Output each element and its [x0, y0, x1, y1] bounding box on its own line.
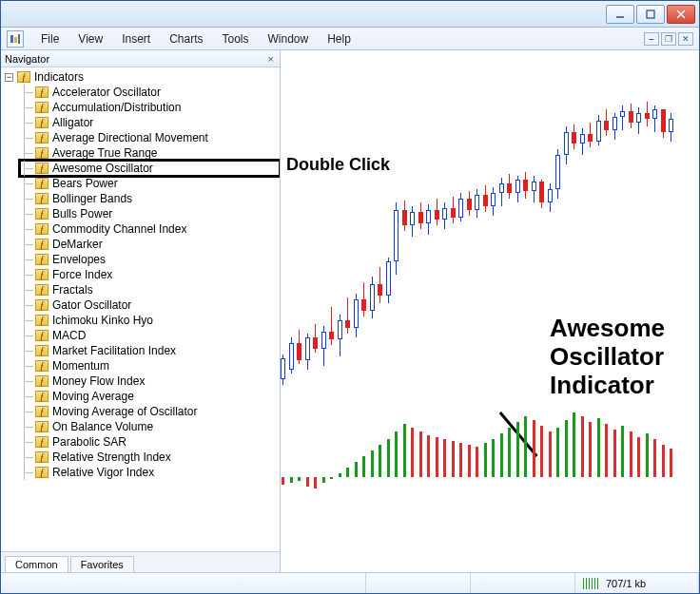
indicator-label: MACD: [52, 329, 86, 342]
menu-charts[interactable]: Charts: [160, 28, 212, 50]
menu-help[interactable]: Help: [318, 28, 360, 50]
indicator-item[interactable]: fAccelerator Oscillator: [20, 85, 280, 100]
indicator-label: Average Directional Movement: [52, 131, 208, 144]
indicator-label: Moving Average: [52, 390, 134, 403]
indicator-item[interactable]: fParabolic SAR: [20, 434, 280, 450]
indicator-fx-icon: f: [35, 223, 49, 235]
tab-common[interactable]: Common: [5, 556, 68, 572]
connection-text: 707/1 kb: [606, 578, 646, 589]
indicator-item[interactable]: fCommodity Channel Index: [20, 221, 280, 237]
tree-collapse-icon[interactable]: −: [5, 73, 13, 82]
tree-root-label: Indicators: [34, 70, 84, 84]
indicator-label: Accelerator Oscillator: [52, 86, 161, 99]
indicator-item[interactable]: fMoving Average: [20, 389, 280, 404]
indicator-item[interactable]: fForce Index: [20, 267, 280, 282]
indicator-item[interactable]: fMoving Average of Oscillator: [20, 404, 280, 419]
indicator-label: Average True Range: [52, 146, 158, 160]
indicator-item[interactable]: fAccumulation/Distribution: [20, 100, 280, 115]
indicator-label: Market Facilitation Index: [52, 344, 176, 357]
indicator-item[interactable]: fAwesome Oscillator: [20, 161, 280, 176]
main-area: Navigator × − f Indicators fAccelerator …: [1, 50, 699, 572]
indicator-fx-icon: f: [35, 315, 49, 326]
indicator-label: On Balance Volume: [52, 420, 153, 433]
folder-fx-icon: f: [17, 71, 30, 83]
indicator-fx-icon: f: [35, 406, 49, 417]
window-maximize-button[interactable]: [636, 5, 665, 24]
svg-rect-5: [10, 35, 13, 43]
indicator-fx-icon: f: [35, 86, 49, 98]
statusbar: 707/1 kb: [1, 572, 699, 593]
indicator-fx-icon: f: [35, 467, 49, 478]
indicator-label: Money Flow Index: [52, 374, 145, 388]
minimize-icon: [615, 10, 625, 19]
indicator-item[interactable]: fMomentum: [20, 358, 280, 374]
indicator-label: Alligator: [52, 116, 93, 129]
tab-favorites[interactable]: Favorites: [70, 556, 134, 572]
indicator-fx-icon: f: [35, 451, 49, 463]
indicator-item[interactable]: fBears Power: [20, 176, 280, 191]
indicator-item[interactable]: fBulls Power: [20, 206, 280, 221]
indicator-item[interactable]: fGator Oscillator: [20, 297, 280, 313]
indicator-fx-icon: f: [35, 391, 49, 402]
indicator-label: Momentum: [52, 359, 109, 373]
indicator-label: Envelopes: [52, 253, 106, 266]
indicator-fx-icon: f: [35, 299, 49, 311]
app-window: File View Insert Charts Tools Window Hel…: [0, 0, 700, 594]
svg-rect-1: [647, 10, 654, 18]
indicator-label: Bears Power: [52, 177, 118, 190]
indicator-item[interactable]: fBollinger Bands: [20, 191, 280, 206]
indicator-fx-icon: f: [35, 360, 49, 372]
indicator-label: Bulls Power: [52, 207, 112, 220]
menu-insert[interactable]: Insert: [112, 28, 160, 50]
indicator-fx-icon: f: [35, 345, 49, 356]
indicator-item[interactable]: fMarket Facilitation Index: [20, 343, 280, 358]
indicator-item[interactable]: fOn Balance Volume: [20, 419, 280, 434]
indicator-fx-icon: f: [35, 102, 49, 113]
indicator-item[interactable]: fMACD: [20, 328, 280, 343]
menubar: File View Insert Charts Tools Window Hel…: [1, 28, 699, 50]
navigator-panel: Navigator × − f Indicators fAccelerator …: [1, 50, 281, 572]
navigator-title: Navigator: [5, 53, 49, 65]
indicator-item[interactable]: fAverage True Range: [20, 145, 280, 161]
svg-rect-7: [18, 34, 20, 44]
indicator-label: Force Index: [52, 268, 112, 281]
menu-file[interactable]: File: [31, 28, 68, 50]
indicator-label: Parabolic SAR: [52, 435, 126, 449]
indicator-item[interactable]: fFractals: [20, 282, 280, 297]
chart-area[interactable]: Double Click Awesome Oscillator Indicato…: [281, 50, 699, 572]
indicator-label: Moving Average of Oscillator: [52, 405, 198, 418]
status-cell-3: [471, 573, 575, 593]
indicator-item[interactable]: fRelative Strength Index: [20, 450, 280, 465]
titlebar: [1, 1, 699, 28]
window-minimize-button[interactable]: [606, 5, 634, 24]
indicator-label: Relative Strength Index: [52, 450, 171, 464]
indicator-item[interactable]: fAverage Directional Movement: [20, 130, 280, 145]
maximize-icon: [646, 10, 655, 19]
indicator-item[interactable]: fEnvelopes: [20, 252, 280, 267]
indicator-item[interactable]: fIchimoku Kinko Hyo: [20, 313, 280, 328]
menu-view[interactable]: View: [68, 28, 112, 50]
tree-root-indicators[interactable]: − f Indicators: [5, 69, 280, 85]
menu-window[interactable]: Window: [259, 28, 319, 50]
connection-icon: [583, 578, 600, 589]
indicator-item[interactable]: fRelative Vigor Index: [20, 465, 280, 480]
indicator-item[interactable]: fAlligator: [20, 115, 280, 130]
indicator-fx-icon: f: [35, 163, 49, 174]
indicator-fx-icon: f: [35, 178, 49, 189]
mdi-restore-button[interactable]: ❐: [661, 32, 676, 46]
indicator-fx-icon: f: [35, 375, 49, 387]
indicator-item[interactable]: fDeMarker: [20, 237, 280, 252]
indicator-label: DeMarker: [52, 238, 103, 251]
navigator-close-button[interactable]: ×: [266, 53, 276, 65]
mdi-minimize-button[interactable]: ‒: [644, 32, 659, 46]
indicator-fx-icon: f: [35, 254, 49, 265]
indicator-label: Relative Vigor Index: [52, 466, 154, 479]
indicator-item[interactable]: fMoney Flow Index: [20, 374, 280, 389]
indicator-fx-icon: f: [35, 208, 49, 220]
indicator-fx-icon: f: [35, 117, 49, 128]
window-close-button[interactable]: [667, 5, 695, 24]
mdi-close-button[interactable]: ✕: [678, 32, 693, 46]
indicator-label: Gator Oscillator: [52, 298, 131, 312]
navigator-tree[interactable]: − f Indicators fAccelerator OscillatorfA…: [1, 67, 280, 551]
menu-tools[interactable]: Tools: [213, 28, 259, 50]
